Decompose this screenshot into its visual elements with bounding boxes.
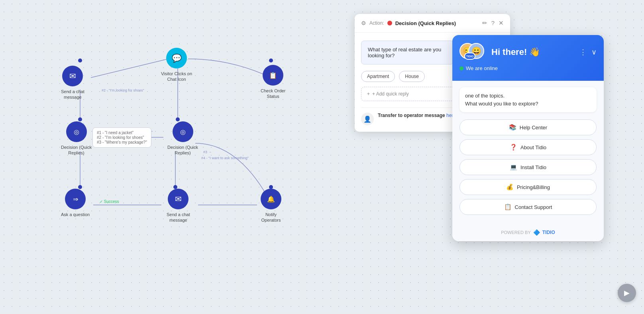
menu-btn-contact-support[interactable]: 📋 Contact Support <box>459 199 597 215</box>
install-tidio-emoji: 💻 <box>510 164 517 171</box>
help-center-emoji: 📚 <box>509 124 516 131</box>
install-tidio-label: Install Tidio <box>520 164 546 170</box>
pricing-emoji: 💰 <box>506 183 514 191</box>
add-icon: + <box>367 91 370 97</box>
send-button[interactable]: ▶ <box>618 284 636 302</box>
node-label-decision1: Decision (QuickReplies) <box>61 144 92 156</box>
transfer-title: Transfer to operator message <box>378 113 445 118</box>
node-label-decision2: Decision (QuickReplies) <box>167 144 198 156</box>
node-decision-2[interactable]: ◎ Decision (QuickReplies) <box>167 121 198 156</box>
status-red-dot <box>387 21 392 25</box>
node-icon-decision2: ◎ <box>173 121 193 142</box>
node-icon-visitor: 💬 <box>166 48 187 68</box>
tidio-header-top: 😊 😄 TIDIO Hi there! 👋 ⋮ ∨ <box>459 43 597 61</box>
transfer-text: Transfer to operator message here » <box>378 113 460 118</box>
avatar-tidio-badge: TIDIO <box>464 53 475 60</box>
about-tidio-label: About Tidio <box>520 144 546 150</box>
node-icon-decision1: ◎ <box>66 121 87 142</box>
node-label-send1: Send a chatmessage <box>61 89 84 100</box>
svg-point-11 <box>269 59 273 62</box>
bot-message-text: one of the topics.What would you like to… <box>465 93 538 107</box>
tidio-body: one of the topics.What would you like to… <box>452 81 604 225</box>
node-icon-notify: 🔔 <box>261 189 281 209</box>
decision-item-3: #3 - "Where's my package?" <box>97 140 147 144</box>
node-icon-send2: ✉ <box>168 189 188 209</box>
node-send-chat-2[interactable]: ✉ Send a chatmessage <box>167 189 190 223</box>
tidio-footer: POWERED BY 🔷 TIDIO <box>452 225 604 241</box>
node-send-chat-1[interactable]: ✉ Send a chatmessage <box>61 66 84 100</box>
node-label-send2: Send a chatmessage <box>167 212 190 223</box>
online-status: We are online <box>459 65 597 71</box>
panel-header-icons: ✏ ? ✕ <box>482 20 504 27</box>
bot-message: one of the topics.What would you like to… <box>459 87 597 112</box>
menu-btn-about-tidio[interactable]: ❓ About Tidio <box>459 139 597 155</box>
contact-support-label: Contact Support <box>515 204 552 210</box>
tidio-brand-label: TIDIO <box>542 230 555 235</box>
online-status-text: We are online <box>466 65 498 71</box>
svg-text:#2 - "I'm looking for shoes": #2 - "I'm looking for shoes" <box>102 88 144 92</box>
decision-item-1: #1 - "I need a jacket" <box>97 131 147 135</box>
tidio-minimize-icon[interactable]: ∨ <box>591 48 597 57</box>
online-indicator <box>459 66 463 70</box>
node-check-order[interactable]: 📋 Check OrderStatus <box>261 65 285 99</box>
svg-point-6 <box>176 117 180 121</box>
node-icon-check-order: 📋 <box>263 65 283 86</box>
node-label-ask: Ask a question <box>61 212 90 217</box>
menu-btn-pricing[interactable]: 💰 Pricing&Billing <box>459 179 597 195</box>
node-label-check-order: Check OrderStatus <box>261 88 285 99</box>
help-center-label: Help Center <box>520 125 547 131</box>
svg-text:#4 - "I want to ask something": #4 - "I want to ask something" <box>201 156 249 160</box>
svg-point-10 <box>78 59 82 62</box>
menu-btn-install-tidio[interactable]: 💻 Install Tidio <box>459 159 597 175</box>
panel-title-text: Decision (Quick Replies) <box>395 20 456 26</box>
tidio-greeting: Hi there! 👋 <box>491 47 575 57</box>
tidio-header-actions: ⋮ ∨ <box>579 48 597 57</box>
node-label-notify: NotifyOperators <box>261 212 281 223</box>
panel-header: ⚙ Action: Decision (Quick Replies) ✏ ? ✕ <box>355 14 510 33</box>
svg-point-5 <box>78 117 82 121</box>
decision-options-box: #1 - "I need a jacket" #2 - "I'm looking… <box>92 127 151 148</box>
edit-icon[interactable]: ✏ <box>482 20 487 27</box>
quick-reply-apartment[interactable]: Apartment <box>361 71 395 82</box>
svg-text:#3 →: #3 → <box>203 150 212 154</box>
menu-buttons: 📚 Help Center ❓ About Tidio 💻 Install Ti… <box>459 118 597 219</box>
pricing-label: Pricing&Billing <box>517 184 550 190</box>
powered-by-label: POWERED BY <box>501 230 531 235</box>
help-icon[interactable]: ? <box>491 20 495 27</box>
node-notify[interactable]: 🔔 NotifyOperators <box>261 189 281 223</box>
action-label-text: Action: <box>369 20 384 26</box>
svg-text:✓ Success: ✓ Success <box>100 199 119 204</box>
transfer-icon: 👤 <box>361 113 374 125</box>
node-label-visitor: Visitor Clicks on Chat Icon <box>159 71 194 82</box>
node-icon-ask: ⇒ <box>65 189 86 209</box>
tidio-header: 😊 😄 TIDIO Hi there! 👋 ⋮ ∨ We are online <box>452 35 604 81</box>
quick-reply-house[interactable]: House <box>399 71 425 82</box>
node-ask-question[interactable]: ⇒ Ask a question <box>61 189 90 217</box>
chat-bubble: What type of real estate are you looking… <box>361 41 454 64</box>
tidio-more-icon[interactable]: ⋮ <box>579 48 587 57</box>
avatar-group: 😊 😄 TIDIO <box>459 43 487 61</box>
node-visitor-click[interactable]: 💬 Visitor Clicks on Chat Icon <box>159 48 194 82</box>
tidio-widget: 😊 😄 TIDIO Hi there! 👋 ⋮ ∨ We are online … <box>452 35 604 241</box>
node-decision-1[interactable]: ◎ Decision (QuickReplies) <box>61 121 92 156</box>
node-icon-send1: ✉ <box>62 66 83 86</box>
send-icon: ▶ <box>624 289 630 297</box>
close-icon[interactable]: ✕ <box>499 20 504 27</box>
about-tidio-emoji: ❓ <box>510 144 517 151</box>
menu-btn-help-center[interactable]: 📚 Help Center <box>459 119 597 135</box>
decision-item-2: #2 - "I'm looking for shoes" <box>97 135 147 140</box>
contact-support-emoji: 📋 <box>504 203 512 211</box>
